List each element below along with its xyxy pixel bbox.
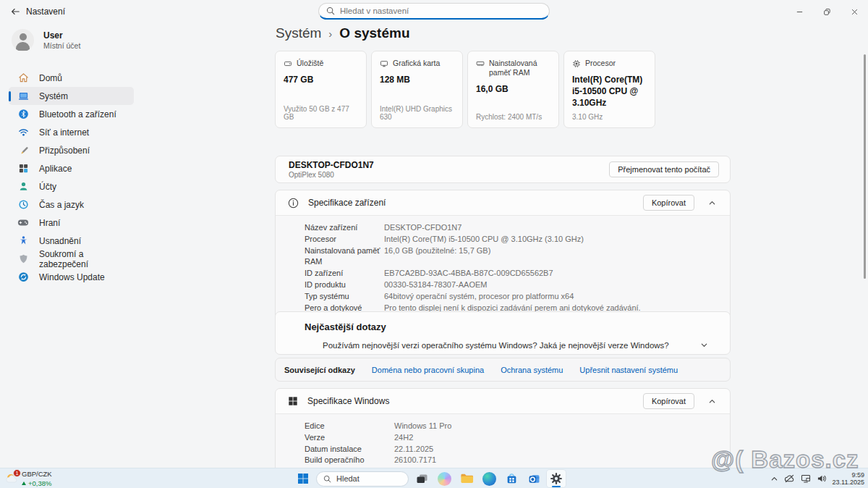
outlook-button[interactable] [524,470,543,487]
store-button[interactable] [502,470,521,487]
settings-window: Nastavení User Místní účet Domů [0,0,868,488]
clock-time: 9:59 [833,471,864,479]
folder-icon [460,473,474,484]
widgets-button[interactable]: 1 GBP/CZK +0,38% [4,469,52,487]
spec-row: ID produktu00330-53184-78307-AAOEM [276,279,730,291]
task-view-button[interactable] [412,470,431,487]
link-domain-workgroup[interactable]: Doména nebo pracovní skupina [372,366,484,374]
sidebar-item-home[interactable]: Domů [0,69,134,87]
spec-row: ID zařízeníEB7CA2BD-93AC-4BBA-B87C-009CD… [276,268,730,279]
link-advanced-system-settings[interactable]: Upřesnit nastavení systému [579,366,678,374]
maximize-button[interactable] [813,0,841,23]
sidebar-item-gaming[interactable]: Hraní [0,214,134,232]
card-value: 477 GB [284,75,358,86]
breadcrumb: Systém › O systému [276,25,410,41]
avatar [12,29,34,51]
minimize-button[interactable] [786,0,813,23]
related-links-section: Související odkazy Doména nebo pracovní … [275,358,731,382]
breadcrumb-parent[interactable]: Systém [276,25,321,41]
sidebar-nav: Domů Systém Bluetooth a zařízení Síť a i… [0,69,134,286]
spec-row: Verze24H2 [276,432,730,444]
spec-value: 24H2 [394,432,730,444]
user-card[interactable]: User Místní účet [12,29,268,51]
copilot-icon [438,472,451,486]
storage-card[interactable]: Úložiště 477 GB Využito 50 GB z 477 GB [275,51,367,128]
faq-question: Používám nejnovější verzi operačního sys… [323,341,700,350]
close-button[interactable] [841,0,868,23]
sidebar-item-personalization[interactable]: Přizpůsobení [0,141,134,159]
start-button[interactable] [294,470,312,487]
spec-value: Windows 11 Pro [394,421,730,432]
sidebar-item-windows-update[interactable]: Windows Update [0,268,134,286]
speaker-icon[interactable] [817,474,827,483]
sidebar-item-label: Přizpůsobení [39,146,90,156]
section-title: Specifikace Windows [307,396,634,406]
sidebar-item-accounts[interactable]: Účty [0,177,134,195]
spec-row: EdiceWindows 11 Pro [276,421,730,432]
ram-card[interactable]: Nainstalovaná paměť RAM 16,0 GB Rychlost… [467,51,559,128]
chevron-up-icon[interactable] [704,397,720,405]
spec-label: ID zařízení [305,268,384,279]
sidebar-item-time-language[interactable]: Čas a jazyk [0,195,134,214]
copy-device-specs-button[interactable]: Kopírovat [643,195,694,211]
accessibility-icon [17,235,29,247]
hidden-icons-button[interactable] [770,475,778,483]
chevron-down-icon[interactable] [700,339,708,352]
related-links-label: Související odkazy [284,366,355,374]
spec-label: ID produktu [305,279,384,291]
breadcrumb-separator: › [328,28,332,40]
faq-title: Nejčastější dotazy [276,312,730,332]
page-title: O systému [339,25,409,41]
copilot-button[interactable] [435,470,454,487]
sidebar-item-bluetooth-devices[interactable]: Bluetooth a zařízení [0,105,134,123]
settings-search-input[interactable] [340,7,542,15]
spec-label: Typ systému [305,291,384,303]
card-title: Úložiště [297,59,323,68]
sidebar-item-accessibility[interactable]: Usnadnění [0,232,134,250]
spec-value: 64bitový operační systém, procesor pro p… [384,291,730,303]
device-specs-header[interactable]: Specifikace zařízení Kopírovat [276,190,730,215]
gpu-icon [380,59,388,68]
window-controls [786,0,868,23]
copy-windows-specs-button[interactable]: Kopírovat [643,393,694,409]
apps-icon [17,163,29,174]
spec-label: Verze [305,432,394,444]
scrollbar[interactable] [864,54,866,279]
sidebar-item-label: Soukromí a zabezpečení [39,249,134,269]
back-button[interactable] [7,4,23,19]
task-view-icon [416,474,428,484]
device-name-card: DESKTOP-CFDO1N7 OptiPlex 5080 Přejmenova… [275,156,731,183]
settings-app-button[interactable] [547,470,566,487]
faq-question-row[interactable]: Používám nejnovější verzi operačního sys… [276,332,730,352]
rename-pc-button[interactable]: Přejmenovat tento počítač [609,161,719,177]
onedrive-status-icon[interactable] [784,474,795,483]
edge-button[interactable] [480,470,498,487]
link-system-protection[interactable]: Ochrana systému [501,366,563,374]
sidebar-item-network-internet[interactable]: Síť a internet [0,123,134,141]
gear-icon [550,472,563,485]
sidebar-item-system[interactable]: Systém [9,87,134,105]
edge-icon [482,472,496,486]
currency-change: +0,38% [22,479,52,487]
windows-start-icon [297,473,309,484]
spec-row: Nainstalovaná paměť RAM16,0 GB (použitel… [276,245,730,269]
card-detail: 3.10 GHz [572,113,647,121]
card-title: Grafická karta [393,59,440,68]
taskbar-search-label: Hledat [336,474,359,483]
display-connect-icon[interactable] [801,474,811,483]
wifi-icon [17,127,29,138]
cpu-card[interactable]: Procesor Intel(R) Core(TM) i5-10500 CPU … [563,51,655,128]
brush-icon [17,145,29,156]
file-explorer-button[interactable] [457,470,476,487]
sidebar-item-apps[interactable]: Aplikace [0,159,134,177]
sidebar-item-privacy-security[interactable]: Soukromí a zabezpečení [0,250,134,268]
user-name: User [43,30,80,41]
settings-search[interactable] [318,3,550,20]
windows-specs-header[interactable]: Specifikace Windows Kopírovat [276,389,730,413]
taskbar-search[interactable]: Hledat [316,471,409,487]
chevron-up-icon[interactable] [704,199,720,207]
spec-label: Nainstalovaná paměť RAM [305,245,384,269]
clock[interactable]: 9:59 23.11.2025 [833,471,864,487]
gpu-card[interactable]: Grafická karta 128 MB Intel(R) UHD Graph… [371,51,463,128]
weather-widget-icon: 1 [4,471,20,487]
